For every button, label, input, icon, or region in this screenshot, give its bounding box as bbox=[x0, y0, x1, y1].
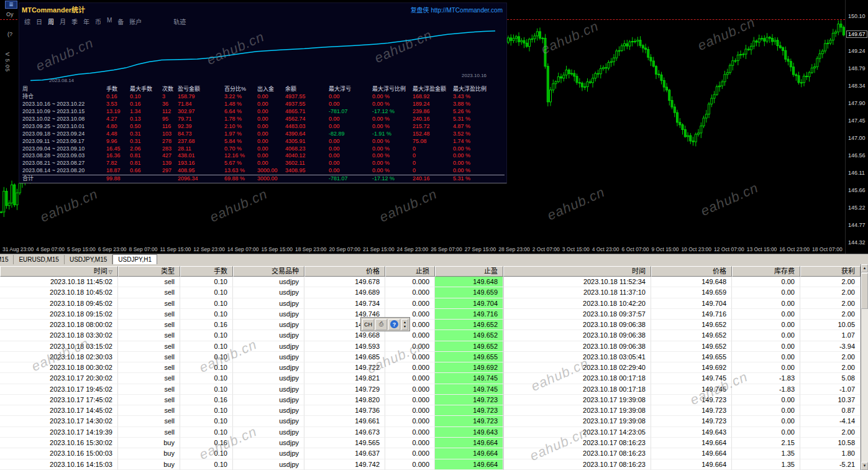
stats-menu-item-M[interactable]: M bbox=[107, 17, 112, 26]
terminal-col-header[interactable]: 库存费 bbox=[732, 266, 800, 277]
order-cell: 149.664 bbox=[435, 459, 503, 470]
order-row[interactable]: 2023.10.18 02:30:03sell0.10usdjpy149.685… bbox=[0, 352, 868, 362]
sort-icon[interactable]: ▽ bbox=[109, 269, 112, 275]
terminal-col-header[interactable]: 止损 bbox=[385, 266, 435, 277]
order-cell: 149.664 bbox=[435, 448, 503, 459]
scrollbar-thumb[interactable] bbox=[861, 273, 868, 309]
time-axis: 31 Aug 23:004 Sep 07:005 Sep 15:006 Sep … bbox=[0, 244, 845, 254]
terminal-col-header[interactable]: 交易品种 bbox=[233, 266, 304, 277]
stats-cell: 0.00 bbox=[257, 123, 285, 130]
terminal-col-header[interactable]: 获利 bbox=[800, 266, 861, 277]
order-cell: 0.000 bbox=[385, 427, 435, 438]
terminal-col-header[interactable]: 止盈 bbox=[435, 266, 503, 277]
order-row[interactable]: 2023.10.18 00:30:02sell0.10usdjpy149.722… bbox=[0, 362, 868, 373]
order-cell: usdjpy bbox=[233, 330, 304, 341]
mtcommander-stats-panel[interactable]: MTCommander统计 复盘侠 http://MTCommander.com… bbox=[19, 2, 507, 183]
price-tick-label: 148.34 bbox=[848, 83, 866, 89]
order-row[interactable]: 2023.10.17 17:45:02sell0.16usdjpy149.820… bbox=[0, 395, 868, 405]
stats-menu-item-账户[interactable]: 账户 bbox=[129, 17, 142, 26]
stats-menu-item-月[interactable]: 月 bbox=[60, 17, 66, 26]
stats-menu-item-周[interactable]: 周 bbox=[48, 17, 54, 26]
stats-cell: 4.80 bbox=[106, 123, 130, 130]
stats-cell: 0.00 bbox=[257, 131, 285, 137]
ch-button[interactable]: CH bbox=[362, 319, 374, 330]
stats-row: 2023.10.02 ~ 2023.10.084.270.139579.711.… bbox=[22, 116, 505, 123]
stats-cell: 103 bbox=[162, 131, 178, 137]
chart-tab-USDJPY-M15[interactable]: USDJPY,M15 bbox=[65, 255, 112, 264]
order-row[interactable]: 2023.10.18 08:00:02sell0.16usdjpy149.746… bbox=[0, 320, 868, 330]
order-row[interactable]: 2023.10.18 11:45:02sell0.10usdjpy149.678… bbox=[0, 277, 868, 287]
stats-cell: 0.00 bbox=[257, 93, 285, 100]
order-cell: 149.673 bbox=[304, 427, 385, 438]
order-row[interactable]: 2023.10.18 10:45:02sell0.10usdjpy149.689… bbox=[0, 287, 868, 298]
stats-cell: 4068.23 bbox=[285, 145, 329, 152]
order-cell: 149.659 bbox=[651, 287, 732, 298]
terminal-col-header[interactable]: 手数 bbox=[180, 266, 233, 277]
order-cell: sell bbox=[118, 362, 180, 373]
stats-menu-item-轨迹[interactable]: 轨迹 bbox=[173, 17, 186, 26]
order-cell: 149.745 bbox=[651, 384, 732, 395]
order-row[interactable]: 2023.10.17 19:45:02sell0.10usdjpy149.729… bbox=[0, 384, 868, 395]
order-row[interactable]: 2023.10.16 15:30:02buy0.16usdjpy149.5650… bbox=[0, 438, 868, 448]
stats-cell: 215.72 bbox=[413, 123, 453, 130]
mt4-window: 150.10149.67149.24148.79148.34147.90147.… bbox=[0, 0, 868, 470]
stats-menu-item-季[interactable]: 季 bbox=[71, 17, 78, 26]
order-cell: 2023.10.18 11:37:10 bbox=[503, 287, 651, 298]
stats-cell: 0.66 bbox=[130, 167, 162, 174]
stats-row-label: 2023.08.14 ~ 2023.08.20 bbox=[22, 167, 106, 174]
stats-cell: 28.11 bbox=[178, 145, 224, 152]
order-row[interactable]: 2023.10.18 03:30:02sell0.10usdjpy149.668… bbox=[0, 330, 868, 341]
order-cell: -1.07 bbox=[800, 384, 861, 395]
order-row[interactable]: 2023.10.17 14:30:02sell0.10usdjpy149.661… bbox=[0, 416, 868, 426]
order-cell: 149.692 bbox=[435, 362, 503, 373]
order-row[interactable]: 2023.10.18 09:15:02sell0.10usdjpy149.746… bbox=[0, 309, 868, 320]
order-row[interactable]: 2023.10.18 03:15:02sell0.10usdjpy149.593… bbox=[0, 341, 868, 352]
chart-tab-EURUSD-M15[interactable]: EURUSD,M15 bbox=[14, 255, 64, 264]
stats-cell: 71.84 bbox=[178, 101, 224, 108]
stats-cell: 0.81 bbox=[130, 160, 162, 167]
stats-menu-item-日[interactable]: 日 bbox=[36, 17, 42, 26]
order-row[interactable]: 2023.10.18 09:45:02sell0.10usdjpy149.734… bbox=[0, 298, 868, 309]
order-cell: -3.94 bbox=[800, 341, 861, 352]
order-cell: -1.83 bbox=[732, 373, 800, 384]
stats-cell: 7.82 bbox=[106, 160, 130, 167]
order-cell: 2023.10.17 19:39:08 bbox=[503, 416, 651, 426]
order-cell: 0.10 bbox=[180, 459, 233, 470]
order-row[interactable]: 2023.10.16 15:00:03buy0.10usdjpy149.6370… bbox=[0, 448, 868, 459]
stats-menu-item-综[interactable]: 综 bbox=[24, 17, 30, 26]
stats-col-header: 手数 bbox=[106, 86, 130, 93]
time-tick-label: 31 Aug 23:00 bbox=[2, 246, 34, 252]
order-row[interactable]: 2023.10.17 14:45:02sell0.10usdjpy149.736… bbox=[0, 405, 868, 416]
mini-toolbar: CH ⎙ ? ▴▾ bbox=[360, 317, 410, 331]
stats-menu-item-备[interactable]: 备 bbox=[117, 17, 124, 26]
stats-panel-link[interactable]: 复盘侠 http://MTCommander.com bbox=[411, 5, 503, 14]
order-cell: 2023.10.18 09:15:02 bbox=[0, 309, 118, 320]
stats-cell: 0.81 bbox=[130, 152, 162, 159]
terminal-col-header[interactable]: 价格 bbox=[651, 266, 732, 277]
chart-tab-USDJPY-H1[interactable]: USDJPY,H1 bbox=[112, 254, 157, 264]
terminal-col-header[interactable]: 价格 bbox=[304, 266, 385, 277]
scroll-down-icon[interactable]: ▼ bbox=[861, 462, 868, 470]
chart-tab-M15[interactable]: M15 bbox=[0, 255, 14, 264]
scroll-up-icon[interactable]: ▲ bbox=[861, 264, 868, 272]
order-row[interactable]: 2023.10.16 14:15:03buy0.10usdjpy149.7420… bbox=[0, 459, 868, 470]
order-row[interactable]: 2023.10.17 14:19:39sell0.10usdjpy149.673… bbox=[0, 427, 868, 438]
order-cell: 0.000 bbox=[385, 287, 435, 298]
help-button[interactable]: ? bbox=[388, 319, 400, 330]
stats-menu-item-年[interactable]: 年 bbox=[83, 17, 89, 26]
stats-cell: 0.16 bbox=[106, 93, 130, 100]
order-cell: 0.10 bbox=[180, 341, 233, 352]
terminal-col-header[interactable]: 时间▽ bbox=[0, 266, 118, 277]
terminal-col-header[interactable]: 时间 bbox=[503, 266, 651, 277]
stats-row: 2023.10.16 ~ 2023.10.223.530.163671.841.… bbox=[22, 101, 505, 108]
order-row[interactable]: 2023.10.17 20:30:02sell0.10usdjpy149.821… bbox=[0, 373, 868, 384]
terminal-scrollbar[interactable]: ▲ ▼ bbox=[861, 264, 868, 470]
order-cell: 149.648 bbox=[651, 277, 732, 287]
order-cell: 10.58 bbox=[800, 438, 861, 448]
terminal-col-header[interactable]: 类型 bbox=[118, 266, 180, 277]
order-cell: 0.10 bbox=[180, 352, 233, 362]
order-cell: 5.08 bbox=[800, 373, 861, 384]
print-button[interactable]: ⎙ bbox=[375, 319, 387, 330]
stats-menu-item-币[interactable]: 币 bbox=[95, 17, 101, 26]
spin-button[interactable]: ▴▾ bbox=[401, 319, 408, 330]
